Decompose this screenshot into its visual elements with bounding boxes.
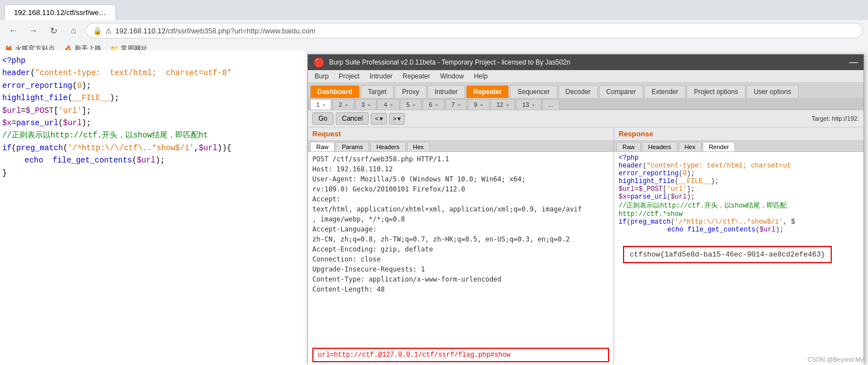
burp-title-text: Burp Suite Professional v2.0.11beta - Te… <box>329 58 570 66</box>
request-content: POST /ctf/ssrf/web358.php HTTP/1.1 Host:… <box>308 152 614 365</box>
tab-decoder[interactable]: Decoder <box>558 85 598 98</box>
menu-repeater[interactable]: Repeater <box>398 71 434 81</box>
active-tab[interactable]: 192.168.110.12/ctf/ssrf/web358.php?url=h… <box>4 4 116 20</box>
resp-tab-raw[interactable]: Raw <box>616 142 641 151</box>
subtab-5[interactable]: 5 × <box>400 99 421 110</box>
php-if-line: if(preg_match('/^http:\/\/ctf\..*show$/i… <box>2 142 303 154</box>
burp-menubar: Burp Project Intruder Repeater Window He… <box>308 70 864 83</box>
php-func-fgc: file_get_contents <box>52 156 132 165</box>
php-close-brace: } <box>2 167 303 179</box>
php-var-url2: $url <box>63 119 82 127</box>
minimize-button[interactable]: — <box>849 57 858 67</box>
req-tab-params[interactable]: Params <box>336 142 369 151</box>
resp-highlight: highlight_file(__FILE__); <box>619 177 859 185</box>
url-host: 192.168.110.12 <box>115 27 165 35</box>
tab-dashboard[interactable]: Dashboard <box>310 85 360 98</box>
forward-button[interactable]: → <box>26 23 41 38</box>
back-button[interactable]: ← <box>6 23 21 38</box>
resp-regex-comment: http://ctf.*show <box>619 210 859 218</box>
php-var-url4: $url <box>137 156 156 165</box>
req-tab-hex[interactable]: Hex <box>407 142 430 151</box>
burp-window: 🔴 Burp Suite Professional v2.0.11beta - … <box>307 54 864 363</box>
burp-logo-icon: 🔴 <box>313 57 325 68</box>
request-label: Request <box>308 127 614 141</box>
nav-left-button[interactable]: < ▾ <box>371 113 386 125</box>
php-echo: echo <box>24 156 52 165</box>
subtab-2[interactable]: 2 × <box>332 99 354 110</box>
flag-display: ctfshow{1afd5e8d-ba15-46ec-9014-ae8cd2ef… <box>623 246 832 263</box>
highlight-url-text: url=http://ctf.@127.0.0.1/ctf/ssrf/flag.… <box>318 351 511 359</box>
right-arrow-icon: > <box>393 115 396 122</box>
resp-header: header("content-type: text/html; charset… <box>619 162 859 170</box>
menu-burp[interactable]: Burp <box>310 71 333 81</box>
request-highlight-box: url=http://ctf.@127.0.0.1/ctf/ssrf/flag.… <box>312 348 609 362</box>
php-zero: 0 <box>77 81 81 90</box>
resp-parse: $x=parse_url($url); <box>619 193 859 201</box>
php-func-header: header <box>2 68 30 77</box>
php-func-highlight: highlight_file <box>2 93 68 102</box>
subtab-1[interactable]: 1 × <box>310 99 331 110</box>
php-error-line: error_reporting(0); <box>2 80 303 92</box>
address-bar[interactable]: 🔒 ⚠ 192.168.110.12/ctf/ssrf/web358.php?u… <box>86 23 862 38</box>
menu-intruder[interactable]: Intruder <box>365 71 397 81</box>
tab-repeater[interactable]: Repeater <box>466 85 509 98</box>
php-parse-line: $x=parse_url($url); <box>2 117 303 129</box>
left-arrow-icon: < <box>375 115 378 122</box>
resp-error: error_reporting(0); <box>619 170 859 177</box>
php-file-const: __FILE__ <box>72 93 110 102</box>
resp-comment: //正则表示以http://ctf.开头，以show结尾，即匹配 <box>619 201 859 210</box>
url-path: /ctf/ssrf/web358.php?url=http://www.baid… <box>165 27 315 35</box>
tab-proxy[interactable]: Proxy <box>395 85 426 98</box>
php-echo-line: echo file_get_contents($url); <box>2 154 303 166</box>
burp-main-tabs: Dashboard Target Proxy Intruder Repeater… <box>308 83 864 98</box>
menu-project[interactable]: Project <box>334 71 364 81</box>
menu-window[interactable]: Window <box>435 71 468 81</box>
php-str-content: "content-type: text/html; charset=utf-8" <box>35 68 232 77</box>
cancel-button[interactable]: Cancel <box>336 112 369 125</box>
burp-toolbar: Go Cancel < ▾ > ▾ Target: http://192. <box>308 110 864 127</box>
subtab-9[interactable]: 9 × <box>468 99 489 110</box>
menu-help[interactable]: Help <box>469 71 492 81</box>
reload-button[interactable]: ↻ <box>46 23 61 38</box>
burp-subtabs: 1 × 2 × 3 × 4 × 5 × 6 × 7 × 9 × 12 × 13 … <box>308 98 864 110</box>
subtab-4[interactable]: 4 × <box>377 99 399 110</box>
subtab-6[interactable]: 6 × <box>423 99 444 110</box>
burp-title-left: 🔴 Burp Suite Professional v2.0.11beta - … <box>313 57 570 68</box>
tab-user-options[interactable]: User options <box>747 85 798 98</box>
req-tab-raw[interactable]: Raw <box>310 142 335 151</box>
request-pane: Request Raw Params Headers Hex POST /ctf… <box>308 127 614 365</box>
tab-extender[interactable]: Extender <box>644 85 685 98</box>
tab-project-options[interactable]: Project options <box>686 85 745 98</box>
resp-tab-render[interactable]: Render <box>703 142 735 151</box>
request-tabs: Raw Params Headers Hex <box>308 141 614 152</box>
php-comment-line: //正则表示以http://ctf.开头，以show结尾，即匹配ht <box>2 129 303 141</box>
resp-tab-headers[interactable]: Headers <box>642 142 678 151</box>
browser-nav: ← → ↻ ⌂ 🔒 ⚠ 192.168.110.12/ctf/ssrf/web3… <box>0 20 868 41</box>
go-button[interactable]: Go <box>312 112 334 125</box>
dropdown-icon2: ▾ <box>398 115 401 122</box>
flag-box-container: ctfshow{1afd5e8d-ba15-46ec-9014-ae8cd2ef… <box>619 241 859 268</box>
tab-intruder[interactable]: Intruder <box>428 85 465 98</box>
info-icon: ⚠ <box>105 27 112 35</box>
tab-target[interactable]: Target <box>361 85 394 98</box>
subtab-12[interactable]: 12 × <box>491 99 516 110</box>
resp-tab-hex[interactable]: Hex <box>679 142 702 151</box>
subtab-more[interactable]: ... <box>542 99 560 110</box>
php-open-tag: <?php <box>2 55 303 67</box>
php-var-url3: $url <box>199 144 218 152</box>
subtab-7[interactable]: 7 × <box>445 99 467 110</box>
req-tab-headers[interactable]: Headers <box>370 142 406 151</box>
subtab-13[interactable]: 13 × <box>516 99 541 110</box>
burp-titlebar: 🔴 Burp Suite Professional v2.0.11beta - … <box>308 55 864 70</box>
php-str-url: 'url' <box>58 106 82 115</box>
resp-if: if(preg_match('/^http:\/\/ctf\..*show$/i… <box>619 218 859 226</box>
php-var-url: $url <box>2 106 21 115</box>
nav-right-button[interactable]: > ▾ <box>389 113 405 125</box>
url-display: 192.168.110.12/ctf/ssrf/web358.php?url=h… <box>115 27 855 35</box>
home-button[interactable]: ⌂ <box>66 23 81 38</box>
browser-tabs: 192.168.110.12/ctf/ssrf/web358.php?url=h… <box>0 0 868 20</box>
php-func-preg: preg_match <box>16 144 63 152</box>
subtab-3[interactable]: 3 × <box>355 99 376 110</box>
tab-comparer[interactable]: Comparer <box>599 85 643 98</box>
tab-sequencer[interactable]: Sequencer <box>510 85 557 98</box>
